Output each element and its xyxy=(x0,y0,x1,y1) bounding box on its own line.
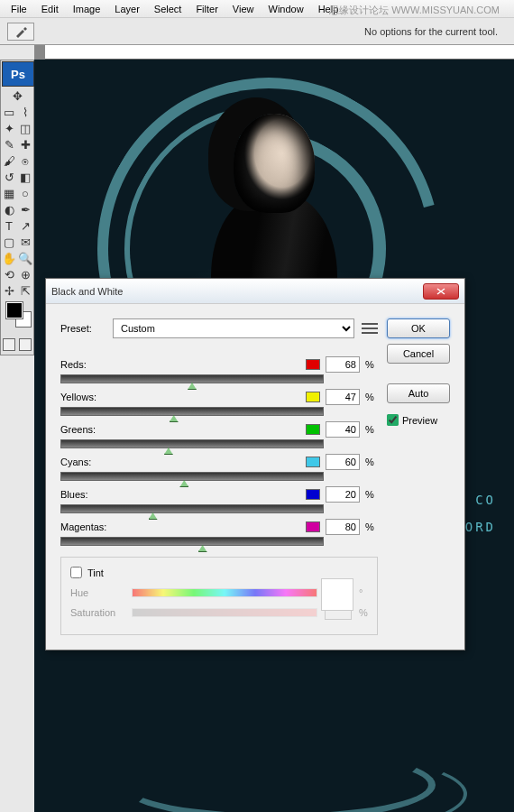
preview-checkbox[interactable] xyxy=(387,414,399,426)
slider-row-blues: Blues: % xyxy=(60,486,378,513)
dodge-tool[interactable]: ◐ xyxy=(1,201,17,217)
crop-tool[interactable]: ◫ xyxy=(17,120,33,136)
eyedropper-tool[interactable]: ✎ xyxy=(1,136,17,152)
ruler-horizontal[interactable] xyxy=(34,45,514,60)
cancel-button[interactable]: Cancel xyxy=(387,344,450,364)
3d-orbit-tool[interactable]: ⊕ xyxy=(17,266,33,282)
dialog-titlebar[interactable]: Black and White xyxy=(46,279,464,304)
tint-checkbox[interactable] xyxy=(70,567,82,578)
tint-section: Tint Hue ° Saturation % xyxy=(60,557,378,635)
brush-tool[interactable]: 🖌 xyxy=(1,152,17,169)
history-tool[interactable]: ↺ xyxy=(1,169,17,185)
tint-preview-swatch xyxy=(321,578,353,611)
slider-value-input[interactable] xyxy=(326,389,360,405)
color-swatch xyxy=(306,457,320,467)
menu-view[interactable]: View xyxy=(225,2,262,16)
standard-mode[interactable] xyxy=(3,338,15,351)
slider-value-input[interactable] xyxy=(326,519,360,535)
screen-mode xyxy=(1,335,33,355)
saturation-label: Saturation xyxy=(70,607,124,618)
black-white-dialog: Black and White Preset: Custom Reds: % Y… xyxy=(45,278,465,651)
color-swatch xyxy=(306,424,320,435)
menu-file[interactable]: File xyxy=(4,2,34,16)
slider-row-magentas: Magentas: % xyxy=(60,519,378,546)
preview-label: Preview xyxy=(402,415,437,426)
eraser-tool[interactable]: ◧ xyxy=(17,169,33,185)
preset-select[interactable]: Custom xyxy=(113,318,354,338)
slider-value-input[interactable] xyxy=(326,356,360,373)
shape-tool[interactable]: ▢ xyxy=(1,234,17,250)
menu-edit[interactable]: Edit xyxy=(34,2,66,16)
wand-tool[interactable]: ✦ xyxy=(1,120,17,136)
pen-tool[interactable]: ✒ xyxy=(17,201,33,217)
color-swatches xyxy=(1,299,33,335)
percent-symbol: % xyxy=(359,607,368,618)
healing-tool[interactable]: ✚ xyxy=(17,136,33,152)
3d-rotate-tool[interactable]: ⟲ xyxy=(1,266,17,282)
menu-filter[interactable]: Filter xyxy=(188,2,225,16)
type-tool[interactable]: T xyxy=(1,217,17,234)
quickmask-mode[interactable] xyxy=(19,338,32,351)
menu-image[interactable]: Image xyxy=(66,2,108,16)
menu-window[interactable]: Window xyxy=(262,2,311,16)
slider-thumb[interactable] xyxy=(149,512,158,520)
menu-layer[interactable]: Layer xyxy=(107,2,147,16)
slider-row-yellows: Yellows: % xyxy=(60,389,378,416)
slider-track[interactable] xyxy=(60,439,324,448)
marquee-tool[interactable]: ▭ xyxy=(1,104,17,120)
current-tool-icon[interactable] xyxy=(7,23,34,41)
menu-select[interactable]: Select xyxy=(147,2,189,16)
slider-name: Blues: xyxy=(60,489,115,500)
color-swatch xyxy=(306,489,320,500)
hand-tool[interactable]: ✋ xyxy=(1,250,17,266)
slider-track[interactable] xyxy=(60,407,324,416)
3d-walk-tool[interactable]: ⇱ xyxy=(17,282,33,299)
percent-label: % xyxy=(365,457,378,467)
toolbox: Ps ✥ ▭⌇ ✦◫ ✎✚ 🖌⍟ ↺◧ ▦○ ◐✒ T↗ ▢✉ ✋🔍 ⟲⊕ ✢⇱ xyxy=(0,60,34,355)
ok-button[interactable]: OK xyxy=(387,318,450,338)
stamp-tool[interactable]: ⍟ xyxy=(17,152,33,169)
preset-label: Preset: xyxy=(60,323,106,334)
saturation-slider[interactable] xyxy=(132,608,317,617)
notes-tool[interactable]: ✉ xyxy=(17,234,33,250)
path-tool[interactable]: ↗ xyxy=(17,217,33,234)
slider-track[interactable] xyxy=(60,504,324,513)
slider-value-input[interactable] xyxy=(326,486,360,503)
ps-logo[interactable]: Ps xyxy=(2,61,34,87)
zoom-tool[interactable]: 🔍 xyxy=(17,250,33,266)
dialog-title: Black and White xyxy=(51,286,123,297)
hue-slider[interactable] xyxy=(132,588,317,597)
percent-label: % xyxy=(365,359,378,370)
close-button[interactable] xyxy=(423,283,459,300)
hue-label: Hue xyxy=(70,587,124,598)
slider-name: Cyans: xyxy=(60,457,115,467)
slider-thumb[interactable] xyxy=(198,545,207,552)
foreground-color[interactable] xyxy=(6,302,23,318)
move-tool[interactable]: ✥ xyxy=(1,88,33,104)
color-swatch xyxy=(306,359,320,370)
color-swatch xyxy=(306,521,320,532)
percent-label: % xyxy=(365,489,378,500)
slider-track[interactable] xyxy=(60,537,324,546)
slider-name: Greens: xyxy=(60,424,115,435)
color-swatch xyxy=(306,392,320,402)
menubar: File Edit Image Layer Select Filter View… xyxy=(0,0,514,18)
percent-label: % xyxy=(365,424,378,435)
slider-track[interactable] xyxy=(60,472,324,481)
3d-pan-tool[interactable]: ✢ xyxy=(1,282,17,299)
blur-tool[interactable]: ○ xyxy=(17,185,33,201)
slider-value-input[interactable] xyxy=(326,454,360,470)
gradient-tool[interactable]: ▦ xyxy=(1,185,17,201)
slider-name: Yellows: xyxy=(60,392,115,402)
slider-thumb[interactable] xyxy=(170,415,179,422)
preset-menu-icon[interactable] xyxy=(362,322,378,335)
auto-button[interactable]: Auto xyxy=(387,383,450,403)
options-bar: No options for the current tool. xyxy=(0,18,514,45)
slider-thumb[interactable] xyxy=(188,383,197,390)
slider-thumb[interactable] xyxy=(179,480,188,487)
slider-track[interactable] xyxy=(60,374,324,383)
lasso-tool[interactable]: ⌇ xyxy=(17,104,33,120)
slider-thumb[interactable] xyxy=(164,448,173,455)
canvas-floor-arc xyxy=(120,749,436,812)
slider-value-input[interactable] xyxy=(326,421,360,438)
